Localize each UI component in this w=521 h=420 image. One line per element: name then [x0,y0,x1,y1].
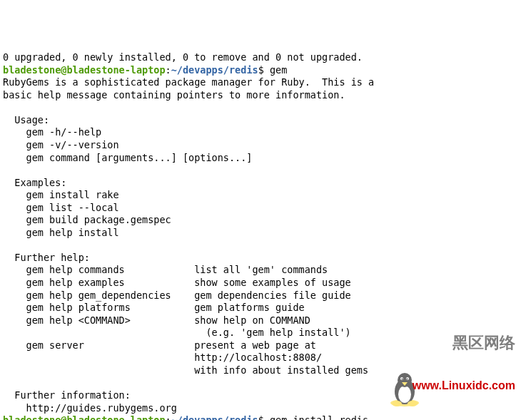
blank-line [3,377,521,389]
prompt-dollar: $ [258,64,264,76]
prompt-dollar: $ [258,414,264,420]
usage-3: gem command [arguments...] [options...] [3,152,521,165]
further-help-5: gem help <COMMAND> show help on COMMAND [3,314,521,327]
cwd-path: ~/devapps/redis [171,414,258,420]
further-help-3: gem help gem_dependencies gem dependenci… [3,290,521,302]
blank-line [3,101,521,114]
svg-point-2 [398,386,411,403]
user-host: bladestone@bladestone-laptop [3,64,166,76]
separator: : [166,414,171,420]
further-help-8: http://localhost:8808/ [3,352,521,364]
further-help-header: Further help: [3,252,521,265]
usage-1: gem -h/--help [3,126,521,139]
help-intro-2: basic help message containing pointers t… [3,89,521,102]
example-3: gem build package.gemspec [3,214,521,227]
user-host: bladestone@bladestone-laptop [3,414,166,420]
examples-header: Examples: [3,177,521,190]
further-help-2: gem help examples show some examples of … [3,277,521,290]
help-intro-1: RubyGems is a sophisticated package mana… [3,76,521,89]
blank-line [3,239,521,252]
further-help-4: gem help platforms gem platforms guide [3,302,521,314]
cwd-path: ~/devapps/redis [171,64,258,76]
svg-point-9 [408,401,418,406]
further-help-1: gem help commands list all 'gem' command… [3,264,521,277]
svg-point-8 [392,401,402,406]
example-1: gem install rake [3,189,521,202]
further-help-7: gem server present a web page at [3,339,521,352]
prompt-line-2[interactable]: bladestone@bladestone-laptop:~/devapps/r… [3,414,521,420]
usage-header: Usage: [3,114,521,127]
further-help-9: with info about installed gems [3,364,521,377]
example-2: gem list --local [3,202,521,215]
example-4: gem help install [3,227,521,240]
svg-point-7 [407,379,408,380]
command-gem: gem [264,64,288,76]
further-info-url: http://guides.rubygems.org [3,402,521,415]
truncated-top-line: 0 upgraded, 0 newly installed, 0 to remo… [3,51,521,64]
further-info-header: Further information: [3,389,521,402]
further-help-6: (e.g. 'gem help install') [3,327,521,339]
blank-line [3,164,521,177]
separator: : [166,64,171,76]
tux-penguin-icon [388,372,421,407]
prompt-line-1[interactable]: bladestone@bladestone-laptop:~/devapps/r… [3,64,521,77]
svg-point-6 [402,379,403,380]
usage-2: gem -v/--version [3,139,521,152]
command-gem-install-redis: gem install redis [264,414,368,420]
